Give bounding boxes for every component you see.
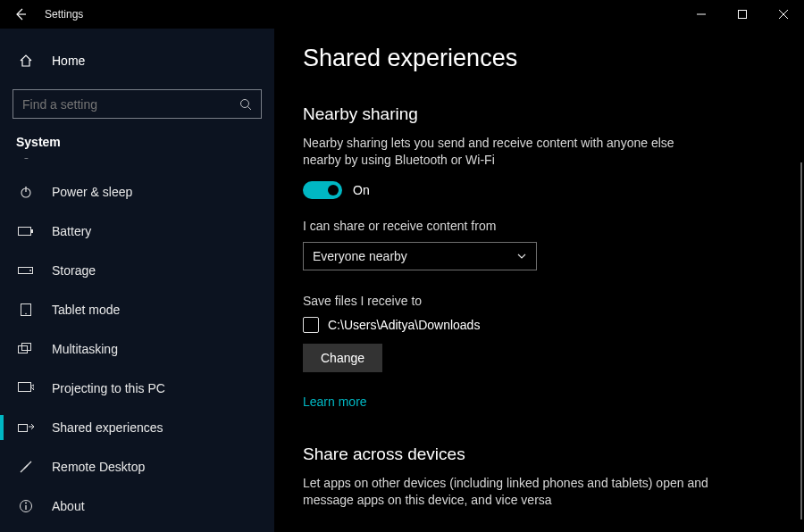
sidebar-item-label: Storage [52, 263, 96, 278]
sidebar-item-label: Projecting to this PC [52, 381, 165, 395]
sidebar-item-label: Power & sleep [52, 185, 132, 199]
svg-point-4 [241, 99, 249, 107]
folder-icon [303, 317, 319, 333]
sidebar-item-label: Remote Desktop [52, 460, 145, 474]
share-from-value: Everyone nearby [313, 249, 407, 263]
home-icon [16, 54, 36, 68]
window-title: Settings [45, 8, 83, 21]
multitasking-icon [16, 343, 36, 355]
sidebar-item-about[interactable]: About [0, 486, 274, 526]
svg-rect-17 [19, 425, 28, 432]
sidebar-item-focus-assist[interactable]: Focus assist [0, 158, 274, 172]
chevron-down-icon [516, 251, 527, 262]
sidebar-item-label: Focus assist [52, 158, 121, 160]
storage-icon [16, 265, 36, 276]
main-panel: Shared experiences Nearby sharing Nearby… [274, 29, 804, 532]
svg-rect-15 [22, 344, 31, 351]
svg-point-11 [29, 270, 31, 271]
sidebar-item-projecting-to-this-pc[interactable]: Projecting to this PC [0, 369, 274, 408]
sidebar-item-multitasking[interactable]: Multitasking [0, 329, 274, 369]
share-from-select[interactable]: Everyone nearby [303, 242, 537, 270]
share-from-label: I can share or receive content from [303, 219, 775, 233]
share-across-devices-heading: Share across devices [303, 445, 775, 464]
svg-rect-9 [31, 229, 33, 233]
close-icon [779, 10, 788, 19]
window-controls [681, 0, 804, 29]
nearby-sharing-toggle[interactable] [303, 181, 342, 199]
share-across-devices-description: Let apps on other devices (including lin… [303, 475, 714, 509]
svg-rect-8 [19, 228, 31, 236]
sidebar-item-battery[interactable]: Battery [0, 212, 274, 251]
moon-icon [16, 158, 36, 160]
search-box[interactable] [13, 89, 262, 119]
sidebar-item-power-sleep[interactable]: Power & sleep [0, 172, 274, 212]
search-icon [239, 98, 252, 111]
change-button[interactable]: Change [303, 344, 382, 372]
sidebar-item-label: About [52, 499, 85, 513]
svg-line-19 [24, 461, 31, 469]
title-bar: Settings [0, 0, 804, 29]
svg-point-13 [25, 313, 27, 315]
sidebar-item-shared-experiences[interactable]: Shared experiences [0, 408, 274, 447]
power-icon [16, 185, 36, 199]
save-files-path-row: C:\Users\Aditya\Downloads [303, 317, 775, 333]
projecting-icon [16, 382, 36, 395]
home-label: Home [52, 54, 85, 68]
toggle-state-label: On [353, 183, 370, 197]
sidebar-item-label: Multitasking [52, 342, 118, 356]
svg-rect-14 [19, 346, 28, 353]
back-button[interactable] [0, 0, 41, 29]
minimize-button[interactable] [681, 0, 722, 29]
svg-line-5 [248, 106, 252, 110]
sidebar-section-system: System [0, 135, 274, 158]
sidebar-item-storage[interactable]: Storage [0, 251, 274, 290]
sidebar-item-label: Shared experiences [52, 420, 163, 435]
minimize-icon [697, 10, 706, 19]
toggle-knob [328, 185, 339, 195]
save-files-label: Save files I receive to [303, 294, 775, 308]
maximize-button[interactable] [722, 0, 763, 29]
svg-point-22 [25, 503, 27, 504]
sidebar-item-remote-desktop[interactable]: Remote Desktop [0, 447, 274, 486]
battery-icon [16, 226, 36, 237]
svg-rect-1 [739, 11, 747, 19]
sidebar-nav: Focus assistPower & sleepBatteryStorageT… [0, 158, 274, 526]
search-input[interactable] [22, 97, 239, 112]
tablet-icon [16, 303, 36, 317]
sidebar-item-tablet-mode[interactable]: Tablet mode [0, 290, 274, 329]
home-button[interactable]: Home [0, 43, 274, 79]
remote-icon [16, 460, 36, 474]
info-icon [16, 499, 36, 513]
close-button[interactable] [763, 0, 804, 29]
svg-rect-16 [19, 383, 31, 392]
nearby-sharing-heading: Nearby sharing [303, 104, 775, 124]
scrollbar[interactable] [800, 162, 802, 520]
sidebar-item-label: Tablet mode [52, 303, 120, 317]
page-title: Shared experiences [303, 45, 775, 72]
sidebar: Home System Focus assistPower & sleepBat… [0, 29, 274, 532]
shared-icon [16, 421, 36, 434]
learn-more-link[interactable]: Learn more [303, 395, 367, 409]
maximize-icon [738, 10, 747, 19]
sidebar-item-label: Battery [52, 224, 91, 238]
nearby-sharing-description: Nearby sharing lets you send and receive… [303, 135, 714, 169]
back-arrow-icon [13, 7, 28, 21]
save-files-path: C:\Users\Aditya\Downloads [328, 318, 480, 332]
